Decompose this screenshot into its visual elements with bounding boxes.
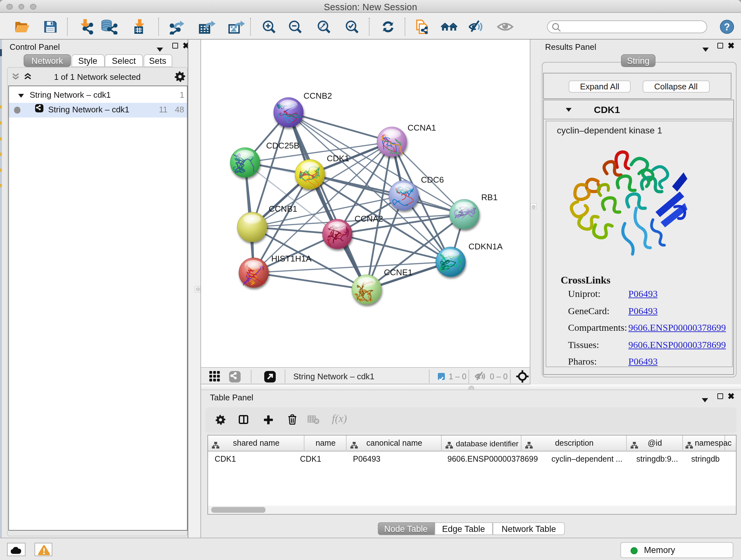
svg-text:CCNA2: CCNA2	[354, 214, 383, 224]
svg-text:CCNE1: CCNE1	[384, 267, 412, 277]
svg-text:CDKN1A: CDKN1A	[468, 242, 502, 251]
svg-text:RB1: RB1	[481, 192, 497, 202]
svg-text:CDK1: CDK1	[327, 153, 349, 163]
svg-text:CCNB1: CCNB1	[268, 204, 297, 213]
svg-text:CDC25B: CDC25B	[266, 141, 299, 150]
svg-text:CCNB2: CCNB2	[303, 91, 332, 101]
svg-text:CDC6: CDC6	[421, 175, 444, 185]
svg-text:HIST1H1A: HIST1H1A	[271, 254, 312, 263]
svg-text:?: ?	[724, 21, 730, 33]
svg-text:CCNA1: CCNA1	[407, 123, 435, 132]
